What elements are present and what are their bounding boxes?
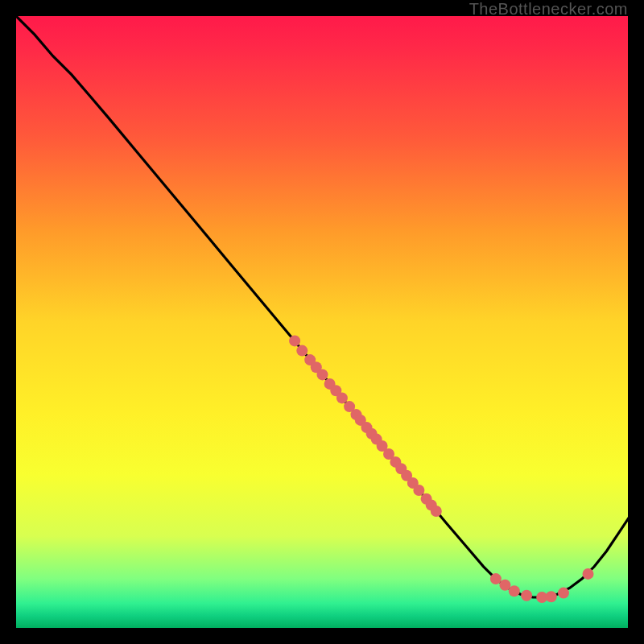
- bottleneck-curve: [16, 16, 631, 597]
- data-point: [413, 485, 424, 496]
- data-point: [499, 580, 510, 591]
- data-point: [431, 506, 442, 517]
- data-point: [336, 392, 348, 403]
- data-point: [317, 369, 328, 380]
- scatter-points: [289, 335, 593, 603]
- chart-plot-area: [14, 14, 630, 630]
- data-point: [509, 585, 520, 597]
- data-point: [296, 345, 308, 357]
- data-point: [289, 335, 300, 346]
- data-point: [546, 591, 557, 602]
- chart-svg: [16, 16, 631, 631]
- data-point: [490, 573, 502, 584]
- data-point: [583, 568, 594, 580]
- data-point: [558, 588, 569, 599]
- data-point: [521, 590, 532, 601]
